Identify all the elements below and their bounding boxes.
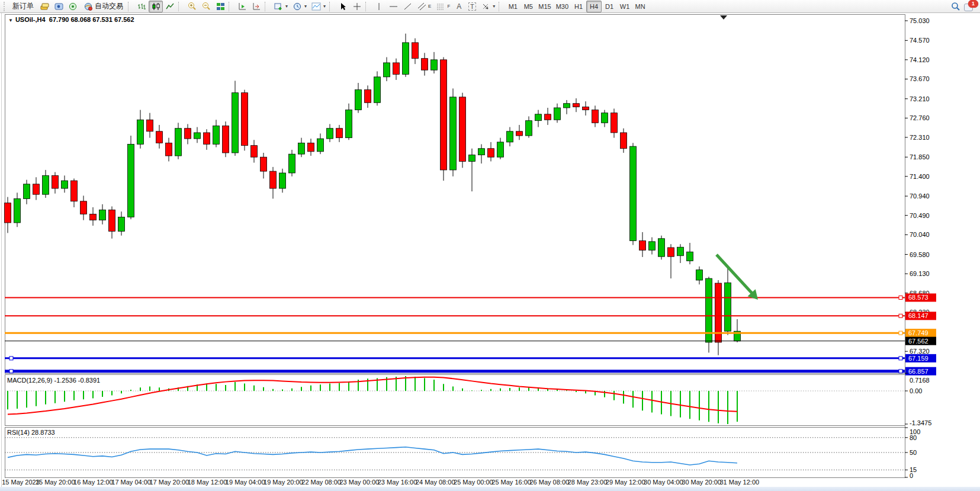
crosshair-icon	[352, 2, 362, 11]
date-axis-label: 25 May 00:00	[454, 479, 493, 486]
auto-scroll-button[interactable]	[235, 1, 249, 12]
tab-timeframe-h4[interactable]: H4	[586, 1, 602, 12]
zoom-in-button[interactable]	[185, 1, 199, 12]
chevron-down-icon: ▾	[493, 4, 495, 9]
candle-body	[365, 90, 371, 103]
toolbar-grip	[4, 2, 7, 11]
tab-timeframe-m30[interactable]: M30	[554, 1, 571, 12]
auto-trading-button[interactable]: 自动交易	[80, 1, 127, 12]
text-tool-button[interactable]: A	[452, 1, 465, 12]
cursor-button[interactable]	[336, 1, 350, 12]
tile-windows-button[interactable]	[213, 1, 227, 12]
globe-icon	[83, 2, 93, 11]
date-axis-label: 16 May 12:00	[73, 479, 113, 486]
candle-body	[147, 120, 153, 131]
candle-body	[488, 149, 494, 157]
alerts-button[interactable]	[66, 1, 80, 12]
text-tool-letter: A	[457, 2, 461, 11]
svg-text:-1.3475: -1.3475	[910, 419, 931, 426]
chart-symbol-period: USOil-,H4	[15, 16, 46, 23]
tab-timeframe-h1[interactable]: H1	[571, 1, 586, 12]
candle-body	[687, 252, 693, 261]
tab-timeframe-m5[interactable]: M5	[520, 1, 536, 12]
tab-timeframe-w1[interactable]: W1	[617, 1, 632, 12]
indicators-button[interactable]: ▾	[309, 1, 328, 12]
line-handle	[899, 331, 902, 335]
chart-shift-button[interactable]	[249, 1, 264, 12]
periods-button[interactable]: ▾	[290, 1, 309, 12]
notification-count-badge: 1	[968, 0, 978, 8]
channel-letter: E	[428, 4, 431, 9]
new-order-label: 新订单	[12, 1, 34, 11]
price-label-text: 68.573	[908, 294, 928, 301]
date-axis-label: 28 May 23:00	[568, 479, 608, 486]
tab-timeframe-d1[interactable]: D1	[602, 1, 617, 12]
candle-body	[118, 217, 125, 232]
line-chart-mode-button[interactable]	[163, 1, 177, 12]
channel-tool-button[interactable]: E	[415, 1, 433, 12]
label-tool-letter: T	[468, 2, 476, 11]
tab-timeframe-m1[interactable]: M1	[505, 1, 520, 12]
text-label-tool-button[interactable]: T	[465, 1, 478, 12]
tab-timeframe-m15[interactable]: M15	[536, 1, 553, 12]
arrows-tool-button[interactable]: ▾	[478, 1, 497, 12]
toolbar-separator	[229, 2, 233, 11]
svg-text:0: 0	[910, 472, 913, 479]
svg-text:69.130: 69.130	[910, 270, 930, 277]
rsi-value: 28.8733	[31, 429, 55, 436]
trendline-tool-button[interactable]	[400, 1, 415, 12]
svg-text:50: 50	[910, 449, 917, 456]
chart-canvas[interactable]: 75.03074.57074.12073.67073.21072.76072.3…	[0, 0, 980, 491]
search-icon[interactable]	[951, 2, 960, 11]
new-chart-button[interactable]: ▾	[271, 1, 290, 12]
date-axis-label: 19 May 04:00	[226, 479, 265, 486]
navigator-button[interactable]	[52, 1, 66, 12]
notifications-button[interactable]: 1	[964, 2, 975, 11]
svg-text:72.760: 72.760	[910, 114, 930, 121]
candle-body	[545, 114, 551, 120]
vertical-line-tool-button[interactable]	[372, 1, 386, 12]
candles-chart-mode-button[interactable]	[149, 1, 163, 12]
candle-body	[602, 113, 608, 123]
date-axis-label: 17 May 20:00	[149, 479, 189, 486]
zoom-out-button[interactable]	[199, 1, 213, 12]
new-order-button[interactable]: 新订单	[9, 1, 37, 12]
macd-indicator-label: MACD(12,26,9) -1.2536 -0.8391	[7, 377, 100, 384]
market-watch-button[interactable]	[37, 1, 52, 12]
toolbar-right-group: 1	[951, 2, 978, 11]
indicators-icon	[311, 2, 321, 11]
tab-timeframe-mn[interactable]: MN	[632, 1, 648, 12]
candle-body	[696, 270, 703, 280]
crosshair-button[interactable]	[350, 1, 364, 12]
macd-values: -1.2536 -0.8391	[54, 377, 100, 384]
svg-text:70.940: 70.940	[910, 192, 930, 200]
candle-body	[374, 77, 381, 102]
svg-text:0.7168: 0.7168	[910, 377, 930, 384]
terminal-icon	[54, 2, 63, 11]
horizontal-line-tool-button[interactable]	[386, 1, 400, 12]
toolbar: 新订单 自动交易	[0, 0, 980, 13]
candle-body	[194, 133, 201, 139]
candle-body	[621, 133, 627, 149]
candle-body	[564, 104, 570, 108]
candle-body	[33, 184, 40, 194]
candle-body	[554, 108, 561, 120]
price-label-text: 68.147	[908, 312, 928, 319]
bar-chart-mode-button[interactable]	[134, 1, 149, 12]
fibonacci-tool-button[interactable]: F	[433, 1, 452, 12]
candle-body	[441, 60, 447, 170]
window-bottom-strip	[0, 487, 980, 491]
toolbar-separator	[365, 2, 369, 11]
line-handle	[899, 314, 902, 317]
candle-body	[232, 93, 239, 153]
svg-text:0.00: 0.00	[910, 387, 922, 394]
line-handle	[9, 357, 13, 360]
svg-text:71.850: 71.850	[910, 153, 930, 161]
candle-body	[611, 113, 618, 133]
symbol-dropdown-icon[interactable]: ▼	[8, 18, 13, 23]
candle-body	[725, 283, 731, 331]
date-axis-label: 22 May 08:00	[301, 479, 341, 486]
candle-body	[346, 110, 352, 138]
candle-body	[213, 126, 220, 144]
line-handle	[9, 370, 13, 373]
